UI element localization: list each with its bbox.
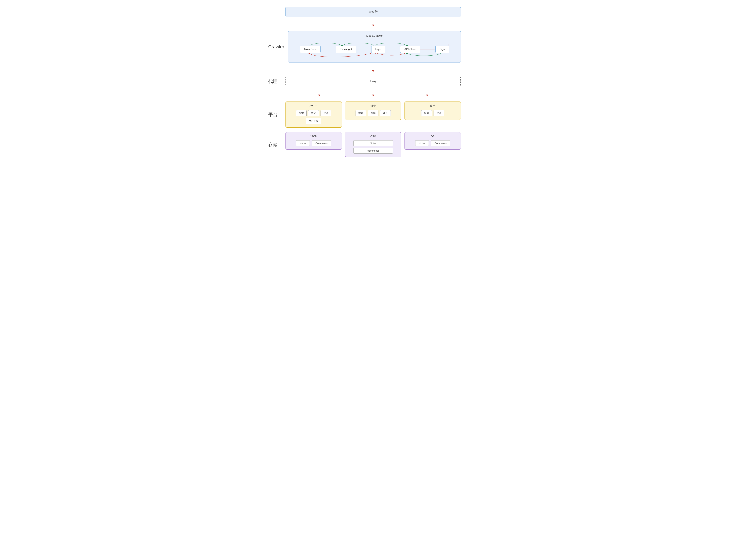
json-items: Notes Comments xyxy=(289,140,338,146)
crawler-content: MediaCrawler xyxy=(288,31,461,63)
crawler-row: Crawler MediaCrawler xyxy=(268,31,461,63)
douyin-title: 抖音 xyxy=(348,104,398,108)
platform-douyin: 抖音 搜索 视频 评论 xyxy=(345,102,401,120)
proxy-row: 代理 Proxy xyxy=(268,77,461,86)
storage-content: JSON Notes Comments CSV Notes comments xyxy=(285,132,461,157)
command-text: 命令行 xyxy=(369,10,378,13)
login-node: login xyxy=(371,46,385,53)
douyin-items: 搜索 视频 评论 xyxy=(348,110,398,116)
json-title: JSON xyxy=(289,135,338,138)
xiaohongshu-user: 用户主页 xyxy=(306,118,321,124)
proxy-content: Proxy xyxy=(285,77,461,86)
platform-row: 平台 小红书 搜索 笔记 评论 用户主页 抖音 搜索 xyxy=(268,102,461,128)
csv-comments: comments xyxy=(353,148,393,154)
arrow-cmd-crawler xyxy=(285,22,461,26)
crawler-nodes: Main Core Playwright login API Client Si xyxy=(292,41,457,58)
sign-node: Sign xyxy=(436,46,449,53)
arrow-crawler-proxy xyxy=(285,67,461,72)
db-comments: Comments xyxy=(431,140,450,146)
douyin-comment: 评论 xyxy=(380,110,391,116)
storage-row: 存储 JSON Notes Comments CSV Notes comment xyxy=(268,132,461,157)
kuaishou-title: 快手 xyxy=(408,104,457,108)
storage-db: DB Notes Comments xyxy=(405,132,461,150)
db-title: DB xyxy=(408,135,457,138)
command-box: 命令行 xyxy=(285,7,461,17)
platforms-container: 小红书 搜索 笔记 评论 用户主页 抖音 搜索 视频 评论 xyxy=(285,102,461,128)
triple-arrows-wrapper xyxy=(285,91,461,97)
xiaohongshu-search: 搜索 xyxy=(296,110,306,116)
proxy-title: Proxy xyxy=(370,80,377,83)
architecture-diagram: 命令行 Crawler MediaCrawler xyxy=(268,7,461,157)
kuaishou-items: 搜索 评论 xyxy=(408,110,457,116)
proxy-box: Proxy xyxy=(285,77,461,86)
db-items: Notes Comments xyxy=(408,140,457,146)
storage-json: JSON Notes Comments xyxy=(285,132,342,150)
mediacrawler-title: MediaCrawler xyxy=(292,34,457,37)
api-client-node: API Client xyxy=(400,46,420,53)
command-content: 命令行 xyxy=(285,7,461,17)
json-comments: Comments xyxy=(312,140,331,146)
crawler-nodes-wrapper: Main Core Playwright login API Client Si xyxy=(292,41,457,58)
csv-items: Notes comments xyxy=(348,140,398,154)
kuaishou-search: 搜索 xyxy=(421,110,432,116)
xiaohongshu-comment: 评论 xyxy=(320,110,331,116)
main-core-node: Main Core xyxy=(300,46,320,53)
csv-notes: Notes xyxy=(353,140,393,146)
platform-label: 平台 xyxy=(268,111,281,118)
db-notes: Notes xyxy=(415,140,429,146)
xiaohongshu-items: 搜索 笔记 评论 用户主页 xyxy=(289,110,338,124)
platform-xiaohongshu: 小红书 搜索 笔记 评论 用户主页 xyxy=(285,102,342,128)
storage-label: 存储 xyxy=(268,141,281,148)
playwright-node: Playwright xyxy=(335,46,356,53)
douyin-search: 搜索 xyxy=(355,110,366,116)
command-row: 命令行 xyxy=(268,7,461,17)
storage-container: JSON Notes Comments CSV Notes comments xyxy=(285,132,461,157)
arrow-to-xiaohongshu xyxy=(318,91,320,97)
json-notes: Notes xyxy=(296,140,309,146)
xiaohongshu-note: 笔记 xyxy=(308,110,319,116)
csv-title: CSV xyxy=(348,135,398,138)
arrow-to-douyin xyxy=(372,91,374,97)
triple-arrows xyxy=(285,91,461,97)
kuaishou-comment: 评论 xyxy=(434,110,444,116)
mediacrawler-container: MediaCrawler xyxy=(288,31,461,63)
platform-kuaishou: 快手 搜索 评论 xyxy=(405,102,461,120)
douyin-video: 视频 xyxy=(368,110,379,116)
xiaohongshu-title: 小红书 xyxy=(289,104,338,108)
arrow-to-kuaishou xyxy=(426,91,428,97)
crawler-label: Crawler xyxy=(268,44,284,49)
platform-content: 小红书 搜索 笔记 评论 用户主页 抖音 搜索 视频 评论 xyxy=(285,102,461,128)
proxy-label: 代理 xyxy=(268,78,281,85)
storage-csv: CSV Notes comments xyxy=(345,132,401,157)
